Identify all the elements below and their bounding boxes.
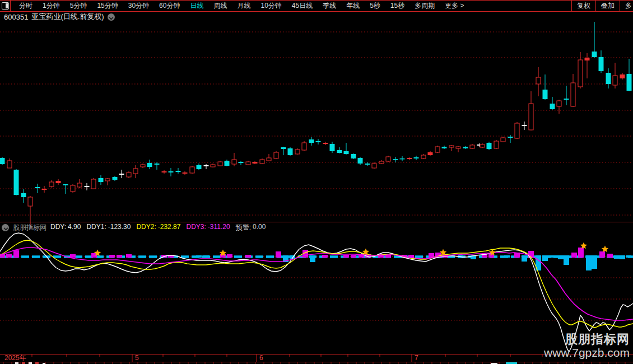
period-tab-11[interactable]: 季线 <box>318 1 341 11</box>
period-tab-5[interactable]: 60分钟 <box>154 1 185 11</box>
indicator-field-4: 预警:0.00 <box>236 223 266 232</box>
indicator-field-1: DDY1:-123.30 <box>86 223 131 232</box>
candles <box>0 22 632 228</box>
period-tab-13[interactable]: 5秒 <box>365 1 385 11</box>
period-tab-list: 分时1分钟5分钟15分钟30分钟60分钟日线周线月线10分钟45日线季线年线5秒… <box>11 1 571 11</box>
indicator-field-0: DDY:4.90 <box>50 223 81 232</box>
period-tab-6[interactable]: 日线 <box>185 1 208 11</box>
stock-name: 亚宝药业(日线.前复权) <box>31 12 104 22</box>
indicator-line-white <box>0 233 633 352</box>
toolbar-right-1[interactable]: 叠加 <box>595 1 620 11</box>
period-toolbar: 分时1分钟5分钟15分钟30分钟60分钟日线周线月线10分钟45日线季线年线5秒… <box>0 0 633 12</box>
period-tab-3[interactable]: 15分钟 <box>92 1 123 11</box>
symbol-dropdown-icon[interactable] <box>108 13 115 21</box>
symbol-bar: 600351 亚宝药业(日线.前复权) <box>0 12 115 22</box>
trading-app-window: 分时1分钟5分钟15分钟30分钟60分钟日线周线月线10分钟45日线季线年线5秒… <box>0 0 633 364</box>
period-tab-7[interactable]: 周线 <box>208 1 232 11</box>
period-tab-16[interactable]: 更多 > <box>440 1 469 11</box>
axis-ticks <box>32 354 607 362</box>
period-tab-2[interactable]: 5分钟 <box>65 1 92 11</box>
axis-year-label: 2025年 <box>4 354 26 362</box>
axis-month-label-7: 7 <box>415 354 418 362</box>
period-tab-15[interactable]: 多周期 <box>409 1 440 11</box>
watermark-brand: 股朋指标网 <box>544 333 630 346</box>
panel-toggle-button[interactable] <box>0 1 11 11</box>
toolbar-right-2[interactable]: 多 <box>620 1 633 11</box>
indicator-field-3: DDY3:-311.20 <box>186 223 230 232</box>
axis-month-label-5: 5 <box>135 354 139 362</box>
stock-code: 600351 <box>4 13 28 21</box>
period-tab-14[interactable]: 15秒 <box>385 1 409 11</box>
watermark-url: www.7gpzb.com <box>544 346 630 359</box>
indicator-dropdown-icon[interactable] <box>2 224 9 231</box>
period-tab-8[interactable]: 月线 <box>232 1 255 11</box>
period-tab-0[interactable]: 分时 <box>14 1 38 11</box>
indicator-lines <box>0 233 633 352</box>
candlestick-chart-canvas[interactable] <box>0 0 633 364</box>
toolbar-right-0[interactable]: 复权 <box>571 1 595 11</box>
toolbar-right-group: 复权叠加多 <box>571 1 633 11</box>
watermark: 股朋指标网 www.7gpzb.com <box>544 333 630 359</box>
indicator-source-label: 股朋指标网 <box>13 223 46 232</box>
period-tab-4[interactable]: 30分钟 <box>123 1 154 11</box>
indicator-field-2: DDY2:-232.87 <box>136 223 180 232</box>
panel-layout-icon <box>2 2 9 10</box>
axis-month-label-6: 6 <box>259 354 263 362</box>
frame-lines <box>0 222 633 362</box>
period-tab-9[interactable]: 10分钟 <box>255 1 286 11</box>
period-tab-12[interactable]: 年线 <box>341 1 365 11</box>
indicator-values: DDY:4.90DDY1:-123.30DDY2:-232.87DDY3:-31… <box>50 223 266 232</box>
period-tab-10[interactable]: 45日线 <box>287 1 318 11</box>
indicator-header: 股朋指标网 DDY:4.90DDY1:-123.30DDY2:-232.87DD… <box>0 223 266 232</box>
period-tab-1[interactable]: 1分钟 <box>38 1 65 11</box>
